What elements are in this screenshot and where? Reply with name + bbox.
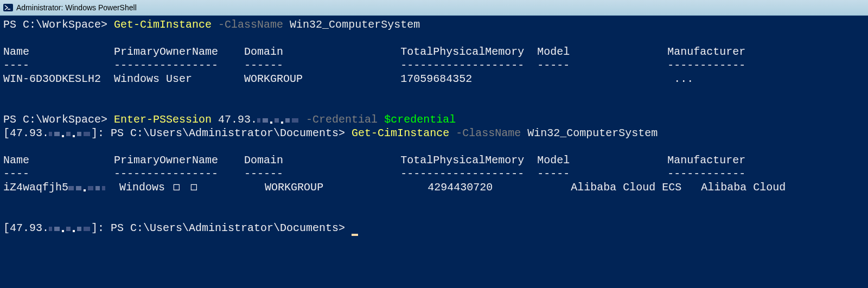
table1-divider: ---- ---------------- ------ -----------… xyxy=(3,59,865,72)
redacted-hostname-icon xyxy=(68,183,106,194)
blank xyxy=(3,31,865,45)
cursor-icon xyxy=(352,234,358,236)
bracket-close: ]: xyxy=(91,222,111,234)
table1-row: WIN-6D3ODKESLH2 Windows User WORKGROUP 1… xyxy=(3,72,865,86)
svg-rect-14 xyxy=(77,132,81,136)
current-prompt: [47.93.]: PS C:\Users\Administrator\Docu… xyxy=(3,221,865,235)
blank xyxy=(3,208,865,221)
blank xyxy=(3,140,865,153)
redacted-ip-icon xyxy=(49,223,91,234)
remote-prefix: [47.93. xyxy=(3,127,49,139)
command-line-1: PS C:\WorkSpace> Get-CimInstance -ClassN… xyxy=(3,18,865,31)
remote-prompt: PS C:\Users\Administrator\Documents> xyxy=(111,222,352,234)
window-title: Administrator: Windows PowerShell xyxy=(16,1,137,15)
svg-rect-27 xyxy=(77,227,81,231)
svg-rect-22 xyxy=(49,227,52,231)
table2-divider: ---- ---------------- ------ -----------… xyxy=(3,167,865,181)
svg-rect-12 xyxy=(66,132,71,136)
prompt: PS C:\WorkSpace> xyxy=(3,18,114,31)
cmdlet: Get-CimInstance xyxy=(114,18,212,31)
svg-rect-5 xyxy=(275,118,279,123)
svg-rect-16 xyxy=(68,186,74,190)
blank xyxy=(3,86,865,99)
svg-rect-11 xyxy=(62,135,64,137)
svg-rect-28 xyxy=(84,227,90,231)
table1-header: Name PrimaryOwnerName Domain TotalPhysic… xyxy=(3,45,865,59)
svg-rect-9 xyxy=(49,132,52,136)
redacted-ip-icon xyxy=(257,115,299,126)
svg-rect-26 xyxy=(73,230,75,232)
svg-rect-15 xyxy=(84,132,90,136)
prompt: PS C:\WorkSpace> xyxy=(3,113,114,126)
svg-rect-7 xyxy=(285,118,290,123)
blank xyxy=(3,99,865,113)
svg-rect-6 xyxy=(281,121,283,124)
svg-rect-8 xyxy=(292,118,298,123)
blank xyxy=(3,194,865,208)
host: 47.93. xyxy=(212,113,257,126)
arg: Win32_ComputerSystem xyxy=(527,127,658,139)
terminal-output[interactable]: PS C:\WorkSpace> Get-CimInstance -ClassN… xyxy=(0,16,868,288)
svg-rect-4 xyxy=(270,121,272,124)
svg-rect-25 xyxy=(66,227,71,231)
svg-rect-23 xyxy=(54,227,60,231)
variable: $credential xyxy=(384,113,456,126)
powershell-window: Administrator: Windows PowerShell PS C:\… xyxy=(0,0,868,288)
svg-rect-2 xyxy=(257,118,260,123)
cmdlet: Get-CimInstance xyxy=(352,127,449,139)
command-line-2: PS C:\WorkSpace> Enter-PSSession 47.93. … xyxy=(3,113,865,126)
table2-header: Name PrimaryOwnerName Domain TotalPhysic… xyxy=(3,153,865,167)
svg-rect-20 xyxy=(95,186,100,190)
svg-rect-10 xyxy=(54,132,60,136)
svg-rect-3 xyxy=(263,118,268,123)
remote-prompt: PS C:\Users\Administrator\Documents> xyxy=(111,127,352,139)
svg-rect-19 xyxy=(88,186,93,190)
command-line-3: [47.93.]: PS C:\Users\Administrator\Docu… xyxy=(3,126,865,140)
redacted-ip-icon xyxy=(49,129,91,139)
arg: Win32_ComputerSystem xyxy=(290,18,420,31)
flag: -Credential xyxy=(299,113,384,126)
title-bar[interactable]: Administrator: Windows PowerShell xyxy=(0,0,868,16)
svg-rect-17 xyxy=(76,186,81,190)
cmdlet: Enter-PSSession xyxy=(114,113,212,126)
flag: -ClassName xyxy=(212,18,290,31)
svg-rect-13 xyxy=(73,135,75,137)
bracket-close: ]: xyxy=(91,127,111,139)
svg-rect-21 xyxy=(102,186,105,190)
powershell-icon xyxy=(3,3,13,12)
remote-prefix: [47.93. xyxy=(3,222,49,234)
svg-rect-24 xyxy=(62,230,64,232)
flag: -ClassName xyxy=(449,127,527,139)
table2-row: iZ4waqfjh5 Windows 🗆 🗆 WORKGROUP 4294430… xyxy=(3,181,865,194)
svg-rect-18 xyxy=(84,189,86,191)
